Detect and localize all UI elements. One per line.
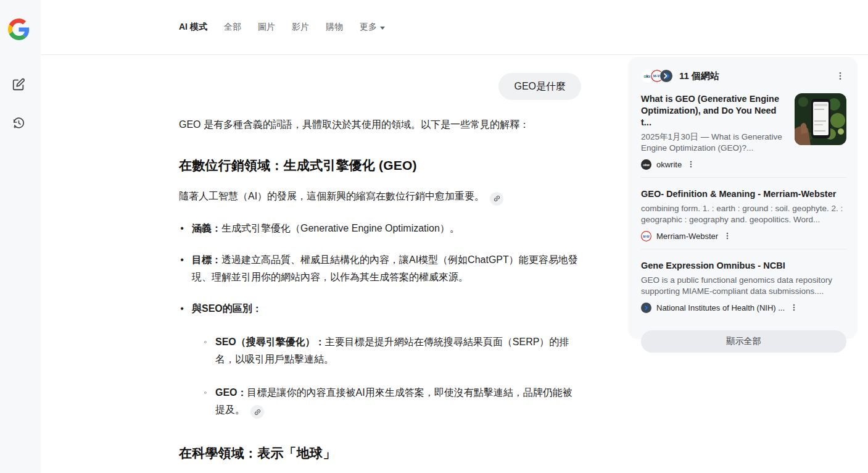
tab-videos-label: 影片 (292, 22, 309, 33)
list-item: • 涵義：生成式引擎優化（Generative Engine Optimizat… (179, 220, 581, 237)
sub-list-item: ◦ GEO：目標是讓你的內容直接被AI用來生成答案，即使沒有點擊連結，品牌仍能被… (202, 384, 581, 419)
sources-panel: okw M-W 11 個網站 What is GEO (Generative E… (628, 57, 858, 339)
bullet-marker: • (179, 300, 185, 317)
sub-bullet-bold: GEO： (215, 387, 247, 398)
source-card-snippet: GEO is a public functional genomics data… (641, 275, 846, 297)
tab-images-label: 圖片 (258, 22, 275, 33)
nih-double-chevron-favicon (659, 69, 673, 83)
bullet-text: 透過建立高品質、權威且結構化的內容，讓AI模型（例如ChatGPT）能更容易地發… (192, 254, 578, 282)
tab-videos[interactable]: 影片 (292, 22, 309, 33)
bullet-bold: 目標： (192, 254, 221, 265)
source-card-title[interactable]: GEO- Definition & Meaning - Merriam-Webs… (641, 188, 846, 200)
tab-more-label: 更多 (360, 22, 377, 33)
favicon-stack: okw M-W (641, 69, 673, 83)
source-card[interactable]: What is GEO (Generative Engine Optimizat… (641, 83, 846, 177)
show-all-label: 顯示全部 (727, 336, 761, 347)
section-heading-science: 在科學領域：表示「地球」 (179, 445, 581, 462)
okwrite-favicon: okw (641, 159, 651, 170)
marketing-lead-paragraph: 隨著人工智慧（AI）的發展，這個新興的縮寫在數位行銷中愈加重要。 (179, 188, 581, 206)
merriam-webster-favicon: M-W (641, 231, 651, 241)
sub-list-item: ◦ SEO（搜尋引擎優化）：主要目標是提升網站在傳統搜尋結果頁面（SERP）的排… (202, 333, 581, 368)
citation-link-icon[interactable] (250, 405, 264, 419)
tab-shopping-label: 購物 (326, 22, 343, 33)
tab-more[interactable]: 更多 (360, 22, 385, 33)
tab-shopping[interactable]: 購物 (326, 22, 343, 33)
tab-all-label: 全部 (224, 22, 241, 33)
source-card-snippet: 2025年1月30日 — What is Generative Engine O… (641, 132, 786, 154)
history-sparkle-icon[interactable] (10, 115, 27, 131)
search-result-tabs: AI 模式 全部 圖片 影片 購物 更多 (179, 0, 385, 54)
bullet-text: 生成式引擎優化（Generative Engine Optimization）。 (221, 223, 460, 233)
nih-double-chevron-favicon (641, 303, 651, 313)
circle-bullet-marker: ◦ (202, 384, 209, 419)
tab-ai-mode[interactable]: AI 模式 (179, 22, 207, 33)
chevron-down-icon (380, 27, 385, 30)
marketing-lead-text: 隨著人工智慧（AI）的發展，這個新興的縮寫在數位行銷中愈加重要。 (179, 191, 484, 201)
bullet-marker: • (179, 251, 185, 286)
circle-bullet-marker: ◦ (202, 333, 209, 368)
left-sidebar (0, 0, 41, 473)
list-item: • 與SEO的區別： (179, 300, 581, 317)
bullet-bold: 涵義： (192, 223, 221, 233)
section-heading-marketing: 在數位行銷領域：生成式引擎優化 (GEO) (179, 157, 581, 174)
source-card[interactable]: Gene Expression Omnibus - NCBI GEO is a … (641, 249, 846, 320)
user-query-pill[interactable]: GEO是什麼 (498, 73, 581, 100)
site-count-label: 11 個網站 (679, 70, 719, 82)
source-card-thumbnail[interactable] (795, 93, 846, 145)
tab-ai-mode-label: AI 模式 (179, 22, 207, 33)
user-query-text: GEO是什麼 (514, 80, 566, 93)
show-all-button[interactable]: 顯示全部 (641, 330, 846, 353)
sub-bullet-text: 目標是讓你的內容直接被AI用來生成答案，即使沒有點擊連結，品牌仍能被提及。 (215, 387, 572, 415)
source-site-name[interactable]: National Institutes of Health (NIH) ... (656, 303, 785, 312)
source-site-name[interactable]: okwrite (656, 160, 682, 169)
ai-answer-column: GEO是什麼 GEO 是有多種含義的詞語，具體取決於其使用的領域。以下是一些常見… (179, 55, 581, 473)
source-card-snippet: combining form. 1. : earth : ground : so… (641, 203, 846, 225)
source-card[interactable]: GEO- Definition & Meaning - Merriam-Webs… (641, 178, 846, 249)
bullet-bold: 與SEO的區別： (192, 303, 262, 314)
source-site-name[interactable]: Merriam-Webster (656, 232, 718, 241)
list-item: • 目標：透過建立高品質、權威且結構化的內容，讓AI模型（例如ChatGPT）能… (179, 251, 581, 286)
source-card-title[interactable]: What is GEO (Generative Engine Optimizat… (641, 93, 786, 128)
answer-intro: GEO 是有多種含義的詞語，具體取決於其使用的領域。以下是一些常見的解釋： (179, 116, 581, 133)
google-logo-icon[interactable] (8, 19, 30, 40)
sub-bullet-bold: SEO（搜尋引擎優化）： (215, 337, 325, 347)
compose-icon[interactable] (10, 77, 27, 93)
tab-all[interactable]: 全部 (224, 22, 241, 33)
bullet-marker: • (179, 220, 185, 237)
more-vertical-icon[interactable] (723, 232, 733, 241)
ai-mode-results-page: AI 模式 全部 圖片 影片 購物 更多 GEO是什麼 GEO 是有多種含義的詞… (0, 0, 868, 473)
source-card-title[interactable]: Gene Expression Omnibus - NCBI (641, 260, 846, 272)
citation-link-icon[interactable] (490, 192, 503, 206)
more-vertical-icon[interactable] (834, 70, 846, 82)
sources-panel-header: okw M-W 11 個網站 (641, 69, 846, 83)
tab-images[interactable]: 圖片 (258, 22, 275, 33)
more-vertical-icon[interactable] (790, 303, 800, 313)
more-vertical-icon[interactable] (687, 160, 696, 170)
